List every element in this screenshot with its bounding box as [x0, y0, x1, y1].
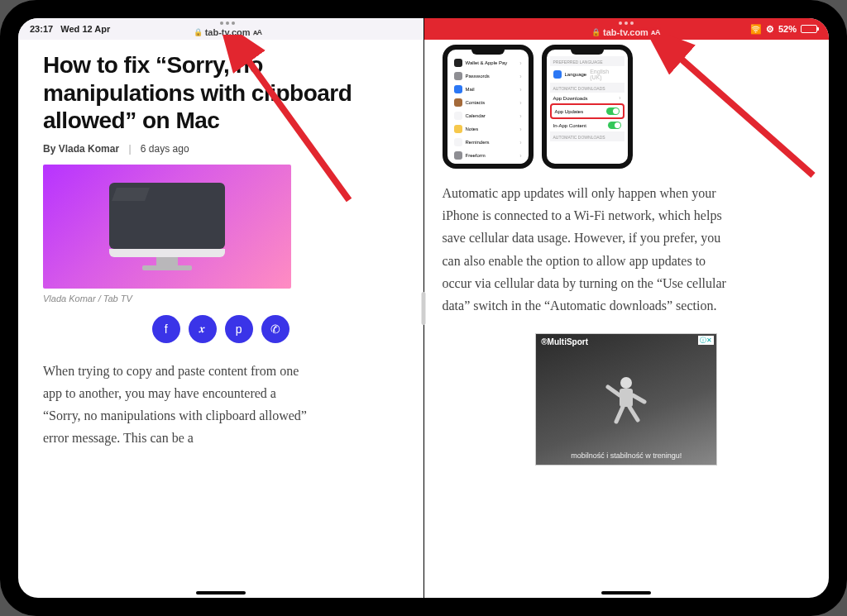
article-body-right: Automatic app updates will only happen w…: [443, 182, 732, 317]
toggle-on-icon: [606, 107, 620, 115]
ad-brand: ®MultiSport: [541, 337, 588, 346]
status-bar-right: 🔒 tab-tv.com ᴀA 🛜 ⚙ 52%: [424, 18, 830, 40]
ad-choices-icon[interactable]: ⓘ✕: [698, 336, 714, 345]
hero-caption: Vlada Komar / Tab TV: [43, 294, 399, 303]
wifi-icon: 🛜: [750, 24, 762, 35]
svg-line-4: [633, 395, 644, 402]
article-title: How to fix “Sorry, no manipulations with…: [43, 51, 399, 135]
split-view-left-pane: 23:17 Wed 12 Apr 🔒 tab-tv.com ᴀA: [18, 18, 424, 598]
status-bar-left: 23:17 Wed 12 Apr 🔒 tab-tv.com ᴀA: [18, 18, 424, 40]
svg-point-1: [620, 377, 632, 389]
phone-screenshots: Wallet & Apple Pay›Passwords›Mail›Contac…: [443, 45, 811, 169]
home-indicator[interactable]: [601, 591, 651, 595]
article-age: 6 days ago: [141, 143, 189, 155]
settings-row: Voice Memos›: [451, 162, 525, 169]
status-time: 23:17: [30, 24, 53, 34]
svg-line-5: [616, 407, 623, 422]
share-whatsapp-button[interactable]: ✆: [261, 315, 290, 343]
settings-row: Notes›: [451, 122, 525, 136]
svg-line-6: [629, 407, 638, 420]
settings-row-app-downloads: App Downloads›: [550, 93, 624, 103]
split-view-right-pane: 🔒 tab-tv.com ᴀA 🛜 ⚙ 52%: [424, 18, 830, 598]
lock-icon: 🔒: [591, 28, 601, 36]
multitask-dots-icon[interactable]: [619, 21, 634, 25]
split-view-divider[interactable]: [422, 292, 426, 325]
climber-illustration: [601, 370, 651, 428]
share-pinterest-button[interactable]: p: [225, 315, 253, 343]
reader-icon: ᴀA: [651, 28, 661, 36]
share-twitter-button[interactable]: 𝒙: [189, 315, 217, 343]
svg-rect-2: [620, 389, 633, 407]
hero-image: [43, 165, 291, 289]
home-indicator[interactable]: [196, 591, 246, 595]
settings-group: Automatic Downloads: [550, 83, 624, 93]
monitor-illustration: [109, 183, 225, 270]
svg-line-3: [608, 387, 620, 395]
address-bar-left[interactable]: 🔒 tab-tv.com ᴀA: [194, 27, 262, 37]
status-date: Wed 12 Apr: [60, 24, 110, 34]
reader-icon: ᴀA: [253, 28, 263, 36]
battery-percent: 52%: [778, 24, 797, 34]
ad-caption: mobilność i stabilność w treningu!: [536, 451, 716, 460]
settings-row: Passwords›: [451, 69, 525, 83]
settings-row: Contacts›: [451, 96, 525, 109]
toggle-on-icon: [608, 122, 621, 129]
by-label: By: [43, 143, 55, 155]
settings-group: Automatic Downloads: [550, 131, 624, 141]
settings-row-language: Language English (UK): [550, 66, 624, 83]
share-row: f 𝒙 p ✆: [43, 315, 399, 343]
address-bar-right[interactable]: 🔒 tab-tv.com ᴀA: [591, 27, 660, 37]
settings-row: Reminders›: [451, 136, 525, 149]
phone-mock-left: Wallet & Apple Pay›Passwords›Mail›Contac…: [443, 45, 534, 169]
status-time-date: 23:17 Wed 12 Apr: [30, 24, 110, 34]
ipad-screen: 23:17 Wed 12 Apr 🔒 tab-tv.com ᴀA: [18, 18, 829, 598]
lock-icon: 🔒: [194, 28, 203, 36]
phone-mock-right: PREFERRED LANGUAGE Language English (UK)…: [542, 45, 633, 169]
url-text: tab-tv.com: [205, 27, 251, 37]
settings-row: Mail›: [451, 83, 525, 96]
article-left: How to fix “Sorry, no manipulations with…: [18, 40, 424, 450]
author-name: Vlada Komar: [59, 143, 119, 155]
url-text: tab-tv.com: [603, 27, 648, 37]
settings-row: Wallet & Apple Pay›: [451, 56, 525, 69]
settings-row: Calendar›: [451, 109, 525, 122]
ad-unit[interactable]: ®MultiSport ⓘ✕ mobilność i stabilność w …: [535, 333, 717, 466]
ipad-frame: 23:17 Wed 12 Apr 🔒 tab-tv.com ᴀA: [0, 0, 847, 616]
orientation-lock-icon: ⚙: [766, 24, 774, 35]
settings-group: PREFERRED LANGUAGE: [550, 56, 624, 66]
multitask-dots-icon[interactable]: [220, 21, 235, 25]
article-body-left: When trying to copy and paste content fr…: [43, 360, 316, 450]
article-byline: By Vlada Komar | 6 days ago: [43, 143, 399, 155]
settings-row-inapp: In-App Content: [550, 119, 624, 131]
share-facebook-button[interactable]: f: [152, 315, 180, 343]
settings-row: Freeform›: [451, 149, 525, 162]
settings-row-app-updates: App Updates: [550, 103, 624, 119]
battery-icon: [801, 25, 817, 33]
article-right: Wallet & Apple Pay›Passwords›Mail›Contac…: [424, 40, 830, 466]
